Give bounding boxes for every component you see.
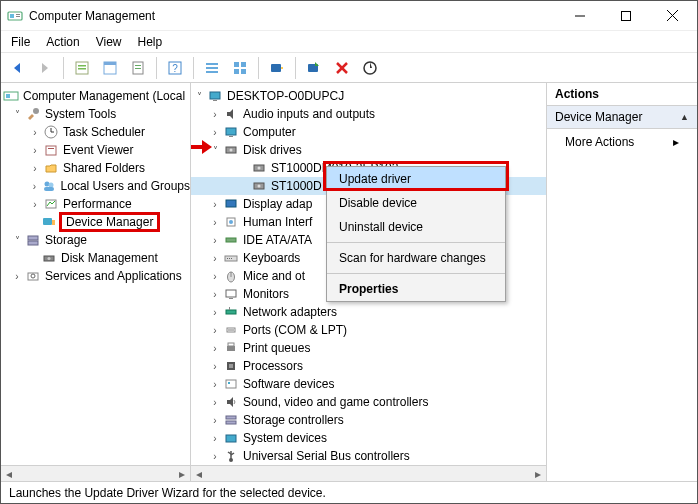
scroll-right-icon[interactable]: ▸ xyxy=(530,467,546,481)
console-tree[interactable]: Computer Management (Local ˅System Tools… xyxy=(1,83,190,481)
tree-task-scheduler[interactable]: Task Scheduler xyxy=(63,125,145,139)
expand-icon[interactable]: › xyxy=(29,198,41,210)
collapse-icon[interactable]: ˅ xyxy=(193,90,205,102)
expand-icon[interactable]: › xyxy=(209,324,221,336)
device-category-10[interactable]: ›Ports (COM & LPT) xyxy=(191,321,546,339)
collapse-icon[interactable]: ˅ xyxy=(11,234,23,246)
device-category-9[interactable]: ›Network adapters xyxy=(191,303,546,321)
tree-root[interactable]: Computer Management (Local xyxy=(23,89,185,103)
ctx-properties[interactable]: Properties xyxy=(327,277,505,301)
close-button[interactable] xyxy=(649,2,695,30)
tree-shared-folders[interactable]: Shared Folders xyxy=(63,161,145,175)
svg-rect-68 xyxy=(231,258,232,259)
expand-icon[interactable]: › xyxy=(209,306,221,318)
expand-icon[interactable]: › xyxy=(209,450,221,462)
disable-button[interactable] xyxy=(358,56,382,80)
collapse-icon[interactable]: ˅ xyxy=(11,108,23,120)
scan-hardware-button[interactable] xyxy=(265,56,289,80)
expand-icon[interactable]: › xyxy=(209,378,221,390)
svg-point-56 xyxy=(230,149,233,152)
expand-icon[interactable]: › xyxy=(209,198,221,210)
device-category-12[interactable]: ›Processors xyxy=(191,357,546,375)
device-label: Sound, video and game controllers xyxy=(243,395,428,409)
device-root[interactable]: ˅DESKTOP-O0DUPCJ xyxy=(191,87,546,105)
collapse-icon[interactable]: ˅ xyxy=(209,144,221,156)
scroll-right-icon[interactable]: ▸ xyxy=(174,467,190,481)
help-button[interactable]: ? xyxy=(163,56,187,80)
minimize-button[interactable] xyxy=(557,2,603,30)
device-category-11[interactable]: ›Print queues xyxy=(191,339,546,357)
maximize-button[interactable] xyxy=(603,2,649,30)
tree-services-apps[interactable]: Services and Applications xyxy=(45,269,182,283)
menu-help[interactable]: Help xyxy=(138,35,163,49)
tools-icon xyxy=(25,106,41,122)
device-category-13[interactable]: ›Software devices xyxy=(191,375,546,393)
expand-icon[interactable]: › xyxy=(209,108,221,120)
expand-icon[interactable]: › xyxy=(209,216,221,228)
device-label: Mice and ot xyxy=(243,269,305,283)
expand-icon[interactable]: › xyxy=(209,360,221,372)
tree-device-manager[interactable]: Device Manager xyxy=(59,212,160,232)
update-driver-button[interactable] xyxy=(302,56,326,80)
menu-action[interactable]: Action xyxy=(46,35,79,49)
menu-view[interactable]: View xyxy=(96,35,122,49)
uninstall-button[interactable] xyxy=(330,56,354,80)
expand-icon[interactable]: › xyxy=(209,396,221,408)
tree-disk-management[interactable]: Disk Management xyxy=(61,251,158,265)
tree-performance[interactable]: Performance xyxy=(63,197,132,211)
list-view-button[interactable] xyxy=(228,56,252,80)
expand-icon[interactable]: › xyxy=(209,342,221,354)
svg-rect-61 xyxy=(226,200,236,207)
device-category-2[interactable]: ˅Disk drives xyxy=(191,141,546,159)
ctx-scan-hardware[interactable]: Scan for hardware changes xyxy=(327,246,505,270)
device-category-17[interactable]: ›Universal Serial Bus controllers xyxy=(191,447,546,465)
tree-local-users[interactable]: Local Users and Groups xyxy=(61,179,190,193)
collapse-icon[interactable]: ▲ xyxy=(680,112,689,122)
device-category-15[interactable]: ›Storage controllers xyxy=(191,411,546,429)
back-button[interactable] xyxy=(5,56,29,80)
disk-icon xyxy=(251,178,267,194)
device-category-0[interactable]: ›Audio inputs and outputs xyxy=(191,105,546,123)
device-category-14[interactable]: ›Sound, video and game controllers xyxy=(191,393,546,411)
device-label: DESKTOP-O0DUPCJ xyxy=(227,89,344,103)
expand-icon[interactable]: › xyxy=(209,414,221,426)
properties-button[interactable] xyxy=(98,56,122,80)
ctx-update-driver[interactable]: Update driver xyxy=(327,167,505,191)
expand-icon[interactable]: › xyxy=(209,288,221,300)
svg-rect-44 xyxy=(52,220,55,225)
expand-icon[interactable]: › xyxy=(209,270,221,282)
expand-icon[interactable]: › xyxy=(29,126,41,138)
scroll-left-icon[interactable]: ◂ xyxy=(1,467,17,481)
ctx-uninstall-device[interactable]: Uninstall device xyxy=(327,215,505,239)
expand-icon[interactable]: › xyxy=(11,270,23,282)
device-label: Monitors xyxy=(243,287,289,301)
actions-section[interactable]: Device Manager ▲ xyxy=(547,106,697,129)
horizontal-scrollbar[interactable]: ◂ ▸ xyxy=(1,465,190,481)
tree-storage[interactable]: Storage xyxy=(45,233,87,247)
export-list-button[interactable] xyxy=(126,56,150,80)
expand-icon[interactable]: › xyxy=(209,234,221,246)
tree-event-viewer[interactable]: Event Viewer xyxy=(63,143,133,157)
device-label: System devices xyxy=(243,431,327,445)
horizontal-scrollbar[interactable]: ◂ ▸ xyxy=(191,465,546,481)
ctx-disable-device[interactable]: Disable device xyxy=(327,191,505,215)
menu-file[interactable]: File xyxy=(11,35,30,49)
show-hide-tree-button[interactable] xyxy=(70,56,94,80)
details-view-button[interactable] xyxy=(200,56,224,80)
app-icon xyxy=(7,8,23,24)
actions-more[interactable]: More Actions ▸ xyxy=(547,129,697,155)
expand-icon[interactable]: › xyxy=(209,252,221,264)
device-tree-pane: ˅DESKTOP-O0DUPCJ›Audio inputs and output… xyxy=(191,83,547,481)
expand-icon[interactable]: › xyxy=(29,180,40,192)
expand-icon[interactable]: › xyxy=(29,144,41,156)
forward-button[interactable] xyxy=(33,56,57,80)
expand-icon[interactable]: › xyxy=(29,162,41,174)
svg-rect-52 xyxy=(213,100,217,101)
scroll-left-icon[interactable]: ◂ xyxy=(191,467,207,481)
expand-icon[interactable]: › xyxy=(209,432,221,444)
device-category-1[interactable]: ›Computer xyxy=(191,123,546,141)
svg-text:?: ? xyxy=(172,63,178,74)
expand-icon[interactable]: › xyxy=(209,126,221,138)
tree-system-tools[interactable]: System Tools xyxy=(45,107,116,121)
device-category-16[interactable]: ›System devices xyxy=(191,429,546,447)
